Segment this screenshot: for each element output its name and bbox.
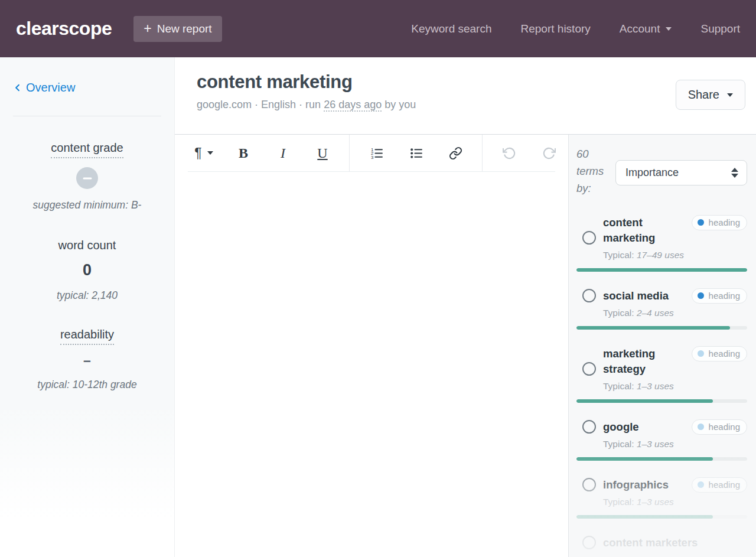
bold-button[interactable]: B	[230, 140, 256, 166]
nav-item-support[interactable]: Support	[700, 22, 740, 35]
term-progress-fill	[576, 326, 730, 330]
redo-button[interactable]	[536, 140, 562, 166]
page-title: content marketing	[197, 71, 756, 93]
nav-label: Report history	[521, 22, 591, 35]
italic-button[interactable]: I	[270, 140, 296, 166]
typical-label: Typical:	[603, 250, 634, 260]
term-row: headingsocial mediaTypical: 2–4 uses	[576, 288, 747, 330]
term-row: headingmarketing strategyTypical: 1–3 us…	[576, 346, 747, 403]
word-count-metric: word count 0 typical: 2,140	[0, 239, 174, 302]
redo-icon	[542, 146, 556, 160]
toolbar-separator	[482, 135, 483, 171]
term-row: content marketers	[576, 535, 747, 551]
heading-badge-label: heading	[709, 291, 740, 301]
typical-uses: 2–4 uses	[637, 308, 674, 318]
term-checkbox[interactable]	[582, 289, 596, 302]
term-checkbox[interactable]	[582, 536, 596, 549]
term-name: marketing strategy	[603, 346, 682, 377]
bullet-list-button[interactable]	[403, 140, 429, 166]
heading-dot-icon	[698, 292, 704, 299]
term-name: content marketing	[603, 215, 682, 246]
new-report-label: New report	[157, 22, 212, 35]
chevron-down-icon	[666, 27, 672, 31]
report-area: content marketing google.com · English ·…	[175, 57, 756, 557]
main-area: Overview content grade suggested minimum…	[0, 57, 756, 557]
heading-badge-label: heading	[709, 480, 740, 490]
term-checkbox[interactable]	[582, 420, 596, 434]
link-button[interactable]	[442, 140, 468, 166]
ordered-list-icon: 123	[370, 146, 383, 160]
share-button[interactable]: Share	[676, 80, 745, 110]
document-editor[interactable]	[175, 171, 568, 557]
nav-item-report-history[interactable]: Report history	[521, 22, 591, 35]
content-grade-label[interactable]: content grade	[51, 141, 123, 158]
nav-label: Support	[700, 22, 740, 35]
share-label: Share	[688, 88, 719, 102]
editor-toolbar: ¶ B I U	[175, 135, 568, 171]
ordered-list-button[interactable]: 123	[363, 140, 389, 166]
typical-label: Typical:	[603, 308, 634, 318]
nav-label: Keyword search	[411, 22, 491, 35]
term-progress-track	[576, 515, 747, 519]
typical-uses: 1–3 uses	[637, 381, 674, 391]
term-row: headingcontent marketingTypical: 17–49 u…	[576, 215, 747, 272]
overview-label: Overview	[26, 81, 75, 95]
term-checkbox[interactable]	[582, 362, 596, 376]
nav-item-account[interactable]: Account	[620, 22, 672, 35]
overview-back-link[interactable]: Overview	[12, 81, 75, 95]
underline-button[interactable]: U	[309, 140, 335, 166]
navbar-links: Keyword search Report history Account Su…	[411, 22, 740, 35]
link-icon	[449, 146, 462, 160]
top-navbar: clearscope + New report Keyword search R…	[0, 0, 756, 57]
plus-icon: +	[144, 24, 151, 34]
italic-icon: I	[281, 145, 285, 161]
report-meta: google.com · English · run 26 days ago b…	[197, 99, 756, 111]
term-name: content marketers	[603, 535, 698, 551]
term-typical: Typical: 1–3 uses	[603, 437, 747, 451]
term-checkbox[interactable]	[582, 231, 596, 245]
report-run-date-link[interactable]: 26 days ago	[324, 99, 382, 112]
heading-badge: heading	[692, 215, 747, 230]
report-header: content marketing google.com · English ·…	[175, 57, 756, 135]
nav-item-keyword-search[interactable]: Keyword search	[411, 22, 491, 35]
undo-button[interactable]	[496, 140, 522, 166]
pilcrow-icon: ¶	[194, 145, 201, 161]
bold-icon: B	[239, 145, 248, 161]
terms-word: terms	[576, 162, 615, 180]
typical-uses: 1–3 uses	[637, 497, 674, 507]
sort-select[interactable]: Importance	[615, 160, 747, 185]
heading-dot-icon	[698, 219, 704, 226]
term-progress-fill	[576, 399, 713, 403]
underline-icon: U	[317, 145, 327, 161]
content-grade-badge	[76, 167, 98, 189]
term-progress-fill	[576, 515, 713, 519]
svg-text:3: 3	[371, 154, 374, 159]
term-progress-track	[576, 457, 747, 461]
content-grade-note: suggested minimum: B-	[0, 199, 174, 211]
word-count-note: typical: 2,140	[0, 289, 174, 302]
undo-icon	[503, 146, 516, 160]
sidebar-divider	[13, 116, 161, 116]
toolbar-separator	[349, 135, 350, 171]
heading-badge: heading	[692, 346, 747, 361]
up-down-arrows-icon	[731, 168, 738, 178]
term-checkbox[interactable]	[582, 478, 596, 491]
content-grade-metric: content grade suggested minimum: B-	[0, 141, 174, 211]
paragraph-style-button[interactable]: ¶	[191, 140, 217, 166]
term-progress-track	[576, 268, 747, 272]
term-main: content marketers	[576, 535, 747, 551]
word-count-label: word count	[58, 239, 116, 252]
term-progress-fill	[576, 268, 747, 272]
readability-note: typical: 10-12th grade	[0, 379, 174, 391]
new-report-button[interactable]: + New report	[133, 16, 221, 42]
readability-label[interactable]: readability	[60, 328, 114, 345]
chevron-down-icon	[727, 93, 733, 97]
editor-column: ¶ B I U	[175, 135, 568, 557]
term-progress-track	[576, 399, 747, 403]
clearscope-logo[interactable]: clearscope	[16, 18, 112, 40]
typical-uses: 1–3 uses	[637, 439, 674, 449]
readability-metric: readability – typical: 10-12th grade	[0, 328, 174, 391]
content-row: ¶ B I U	[175, 135, 756, 557]
term-row: headinggoogleTypical: 1–3 uses	[576, 419, 747, 461]
typical-label: Typical:	[603, 381, 634, 391]
